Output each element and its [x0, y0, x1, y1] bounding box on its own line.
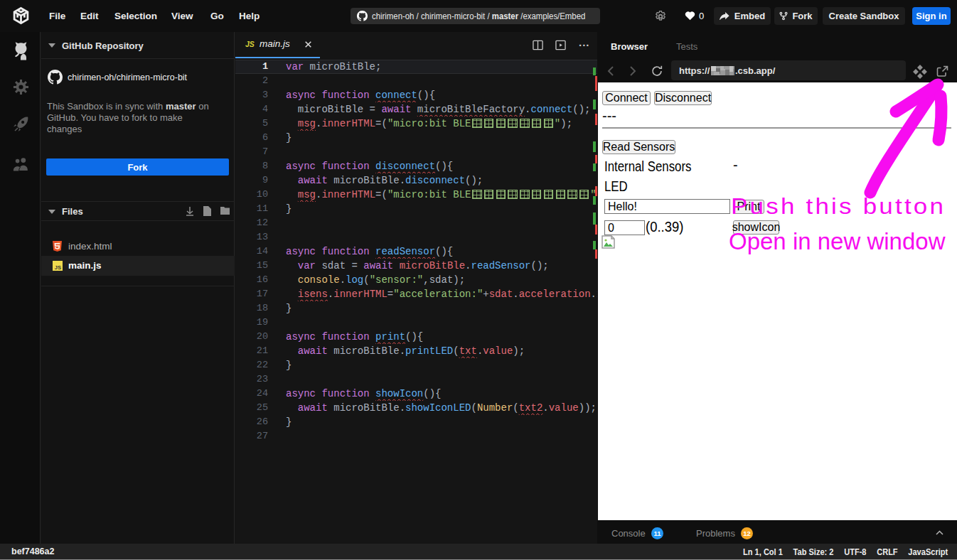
- svg-text:JS: JS: [55, 264, 61, 271]
